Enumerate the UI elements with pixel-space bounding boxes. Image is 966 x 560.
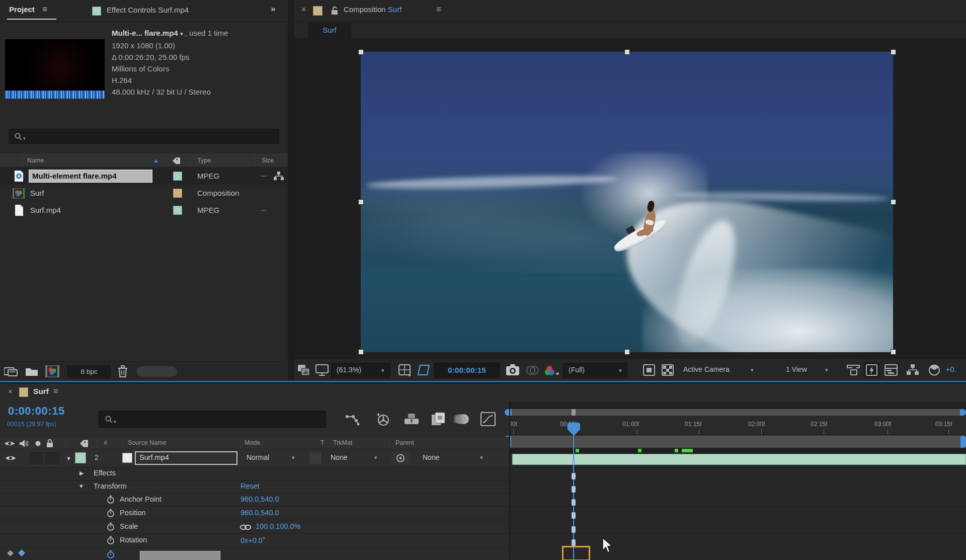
column-header-size[interactable]: Size — [262, 157, 274, 164]
panel-divider[interactable] — [288, 0, 294, 381]
close-icon[interactable]: × — [8, 387, 13, 395]
parent-pickwhip-cell[interactable] — [391, 452, 410, 464]
comp-viewer[interactable] — [294, 39, 966, 358]
motion-blur-icon[interactable] — [454, 413, 470, 426]
column-header-trkmat[interactable]: TrkMat — [333, 439, 352, 446]
layer-duration-bar[interactable] — [512, 454, 966, 465]
view-layout-dropdown[interactable]: 1 View ▾ — [781, 363, 836, 378]
twirl-down-icon[interactable]: ▼ — [78, 483, 84, 489]
table-row[interactable]: Surf.mp4 MPEG ... — [0, 202, 288, 219]
keyframe-nav-diamond-icon[interactable] — [7, 550, 14, 556]
anchor-point-label[interactable]: Anchor Point — [120, 495, 162, 503]
transparency-grid-icon[interactable] — [661, 364, 674, 376]
timeline-current-time[interactable]: 0:00:00:15 — [8, 405, 65, 418]
table-row[interactable]: Surf Composition — [0, 185, 288, 202]
footage-name-dropdown-icon[interactable]: ▾ — [180, 31, 183, 37]
stopwatch-icon[interactable] — [107, 495, 115, 504]
tab-project[interactable]: Project — [9, 5, 35, 14]
chevron-down-icon[interactable]: ▾ — [292, 454, 295, 461]
layer-name-field[interactable]: Surf.mp4 — [135, 451, 237, 465]
selection-handle[interactable] — [891, 49, 896, 55]
stopwatch-active-icon[interactable] — [107, 550, 115, 559]
comp-timecode-display[interactable]: 0:00:00:15 — [434, 363, 500, 378]
take-snapshot-camera-icon[interactable] — [506, 364, 520, 376]
stopwatch-icon[interactable] — [107, 509, 115, 518]
label-color-chip[interactable] — [173, 172, 182, 181]
table-row[interactable]: Multi-element flare.mp4 MPEG ... — [0, 168, 288, 185]
layer-visibility-eye-icon[interactable] — [5, 454, 16, 462]
column-header-t[interactable]: T — [320, 439, 325, 446]
footage-name[interactable]: Multi-e... flare.mp4 — [112, 29, 178, 37]
column-header-source-name[interactable]: Source Name — [128, 439, 166, 446]
lock-column-icon[interactable] — [46, 439, 53, 448]
timeline-panel-menu-icon[interactable]: ≡ — [53, 386, 58, 396]
comp-tab-name[interactable]: Surf — [388, 5, 402, 14]
panel-overflow-icon[interactable]: » — [271, 4, 275, 14]
position-row[interactable]: Position 960.0,540.0 — [0, 506, 509, 520]
effects-group-label[interactable]: Effects — [94, 469, 116, 477]
scale-value[interactable]: 100.0,100.0% — [256, 522, 301, 530]
time-navigator-strip[interactable] — [509, 402, 966, 409]
selection-handle[interactable] — [358, 49, 364, 55]
effects-group-row[interactable]: ▶ Effects — [0, 467, 509, 480]
comp-tab-label[interactable]: Composition — [344, 5, 385, 14]
close-icon[interactable]: × — [301, 5, 306, 14]
transform-group-row[interactable]: ▼ Transform Reset — [0, 480, 509, 493]
graph-editor-icon[interactable] — [480, 412, 496, 427]
search-options-chevron-icon[interactable]: ▾ — [23, 136, 26, 141]
snapshot-icon[interactable] — [297, 364, 310, 376]
layer-row[interactable]: ▼ 2 Surf.mp4 Normal ▾ None ▾ None ▾ — [0, 449, 509, 467]
shy-layers-icon[interactable] — [404, 413, 420, 426]
exposure-value[interactable]: +0. — [946, 365, 956, 373]
chevron-down-icon[interactable]: ▾ — [480, 454, 483, 461]
stopwatch-icon[interactable] — [107, 536, 115, 545]
transform-group-label[interactable]: Transform — [94, 482, 127, 490]
transform-reset-button[interactable]: Reset — [240, 482, 260, 490]
composition-mini-flowchart-icon[interactable] — [345, 413, 360, 426]
column-header-number[interactable]: # — [104, 439, 107, 446]
time-navigator-start-handle[interactable] — [505, 409, 512, 416]
tab-effect-controls[interactable]: Effect Controls Surf.mp4 — [107, 6, 189, 14]
selection-handle[interactable] — [891, 199, 896, 205]
label-color-chip[interactable] — [173, 189, 182, 198]
interpret-footage-icon[interactable] — [4, 366, 19, 377]
blend-mode-dropdown[interactable]: Normal — [247, 453, 269, 461]
label-color-chip[interactable] — [173, 206, 182, 215]
selection-handle[interactable] — [358, 349, 364, 355]
lock-icon[interactable] — [331, 6, 339, 15]
position-label[interactable]: Position — [120, 509, 146, 517]
position-value[interactable]: 960.0,540.0 — [240, 509, 279, 517]
project-search-input[interactable]: ▾ — [9, 129, 279, 144]
timeline-search-input[interactable]: ▾ — [99, 411, 326, 428]
delete-trash-icon[interactable] — [117, 365, 128, 378]
bit-depth-button[interactable]: 8 bpc — [67, 365, 111, 378]
rotation-row[interactable]: Rotation 0x+0.0° — [0, 533, 509, 547]
time-navigator-end-handle[interactable] — [960, 409, 966, 416]
audio-icon[interactable] — [19, 439, 28, 448]
region-of-interest-icon[interactable] — [417, 364, 431, 377]
sort-ascending-icon[interactable]: ▲ — [153, 157, 159, 164]
constrain-proportions-link-icon[interactable] — [240, 524, 251, 530]
reset-exposure-icon[interactable] — [928, 364, 941, 376]
show-snapshot-monitor-icon[interactable] — [315, 364, 329, 376]
preserve-transparency-checkbox[interactable] — [309, 452, 322, 464]
comp-subtab-surf[interactable]: Surf — [308, 22, 351, 39]
frame-blending-icon[interactable] — [431, 412, 446, 426]
fast-previews-button[interactable] — [864, 362, 879, 378]
anchor-point-row[interactable]: Anchor Point 960.0,540.0 — [0, 493, 509, 506]
opacity-value-field[interactable] — [140, 551, 220, 560]
video-visibility-icon[interactable] — [4, 440, 15, 447]
layer-switch-cell[interactable] — [29, 452, 43, 464]
magnification-dropdown[interactable]: (61.3%) ▾ — [331, 363, 390, 378]
selection-handle[interactable] — [624, 349, 630, 355]
chevron-down-icon[interactable]: ▾ — [374, 454, 377, 461]
new-composition-icon[interactable] — [45, 365, 59, 377]
show-channel-mask-icon[interactable] — [526, 364, 539, 376]
3d-view-dropdown[interactable]: Active Camera ▾ — [681, 363, 762, 378]
timeline-tab-name[interactable]: Surf — [33, 387, 49, 396]
horizontal-scrollbar[interactable] — [137, 366, 177, 377]
comp-panel-menu-icon[interactable]: ≡ — [436, 5, 441, 15]
layer-switch-cell[interactable] — [45, 452, 59, 464]
twirl-right-icon[interactable]: ▶ — [79, 470, 84, 476]
solo-icon[interactable] — [35, 441, 41, 446]
